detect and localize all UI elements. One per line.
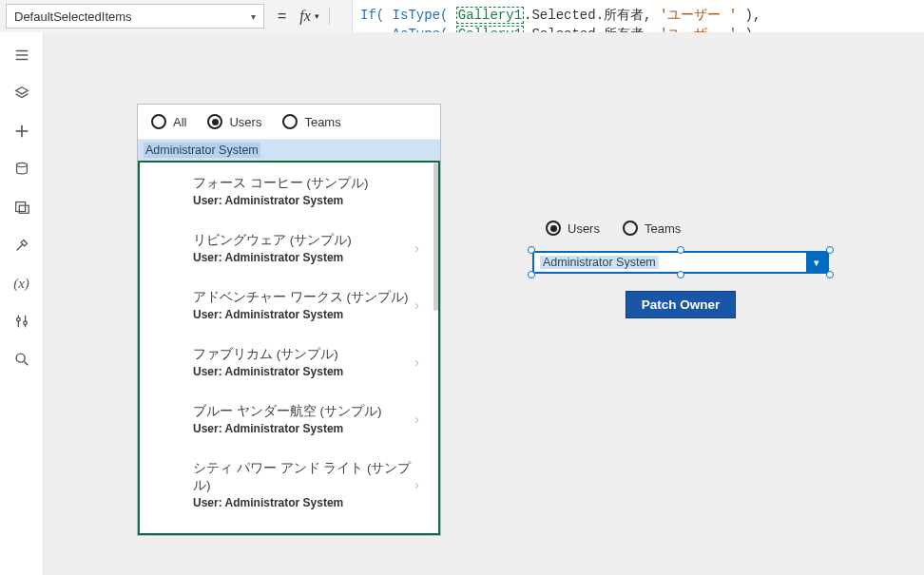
gallery-radio-row: All Users Teams — [138, 105, 440, 140]
list-item-title: ブルー ヤンダー航空 (サンプル) — [193, 403, 423, 420]
settings-icon[interactable] — [12, 312, 31, 331]
list-item-subtitle: User: Administrator System — [193, 251, 423, 264]
patch-owner-label: Patch Owner — [642, 297, 721, 312]
list-item-subtitle: User: Administrator System — [193, 365, 423, 378]
formula-token: If( — [360, 8, 384, 23]
fx-label: fx — [299, 8, 311, 25]
chevron-right-icon: › — [414, 355, 419, 370]
gallery[interactable]: フォース コーヒー (サンプル) User: Administrator Sys… — [138, 161, 440, 535]
plus-icon[interactable] — [12, 122, 31, 141]
radio-icon — [546, 220, 561, 236]
radio-all[interactable]: All — [151, 114, 186, 129]
variable-icon[interactable]: (x) — [12, 274, 31, 293]
svg-point-18 — [16, 317, 20, 321]
resize-handle[interactable] — [826, 246, 834, 254]
property-selector[interactable]: DefaultSelectedItems ▾ — [6, 4, 264, 29]
resize-handle[interactable] — [677, 271, 684, 278]
equals-sign: = — [278, 8, 286, 25]
list-item-title: リビングウェア (サンプル) — [193, 232, 423, 249]
list-item[interactable]: リビングウェア (サンプル) User: Administrator Syste… — [140, 220, 433, 277]
gallery-card: All Users Teams Administrator System フォー… — [137, 104, 441, 536]
formula-token: IsType( — [384, 8, 456, 23]
list-item[interactable]: アドベンチャー ワークス (サンプル) User: Administrator … — [140, 277, 433, 334]
svg-line-22 — [24, 361, 28, 365]
chevron-right-icon: › — [414, 412, 419, 427]
gallery-filter-text[interactable]: Administrator System — [138, 140, 440, 161]
search-icon[interactable] — [12, 350, 31, 369]
owner-combo-wrap: Administrator System ▾ — [532, 251, 829, 274]
radio-icon — [151, 114, 166, 129]
radio-all-label: All — [173, 115, 186, 129]
formula-token: .Selected.所有者, — [524, 8, 660, 23]
list-item-title: アドベンチャー ワークス (サンプル) — [193, 289, 423, 306]
radio-teams-label: Teams — [304, 115, 340, 129]
svg-point-14 — [16, 163, 27, 166]
list-item-title: ファブリカム (サンプル) — [193, 346, 423, 363]
form-area: Users Teams Administrator System ▾ Patch… — [491, 217, 871, 318]
list-item[interactable]: シティ パワー アンド ライト (サンプル) User: Administrat… — [140, 448, 433, 522]
layers-icon[interactable] — [12, 84, 31, 103]
list-item[interactable]: フォース コーヒー (サンプル) User: Administrator Sys… — [140, 163, 433, 220]
fx-button[interactable]: fx ▾ — [299, 8, 330, 25]
left-rail: (x) — [0, 32, 44, 575]
chevron-down-icon: ▾ — [315, 11, 319, 21]
svg-rect-15 — [15, 202, 25, 212]
list-item-subtitle: User: Administrator System — [193, 422, 423, 435]
resize-handle[interactable] — [826, 271, 834, 278]
form-radio-row: Users Teams — [491, 217, 871, 247]
chevron-down-icon: ▾ — [251, 11, 256, 22]
radio-teams-label: Teams — [645, 221, 681, 236]
list-item-title: シティ パワー アンド ライト (サンプル) — [193, 460, 423, 494]
svg-point-20 — [23, 321, 27, 325]
radio-icon — [207, 114, 222, 129]
radio-users[interactable]: Users — [546, 220, 600, 236]
chevron-right-icon: › — [414, 240, 419, 256]
canvas: All Users Teams Administrator System フォー… — [44, 32, 924, 575]
media-icon[interactable] — [12, 198, 31, 217]
chevron-right-icon: › — [414, 297, 419, 313]
property-selector-text: DefaultSelectedItems — [14, 10, 132, 24]
resize-handle[interactable] — [677, 246, 684, 254]
resize-handle[interactable] — [528, 271, 535, 278]
chevron-down-icon[interactable]: ▾ — [806, 253, 827, 272]
list-item-subtitle: User: Administrator System — [193, 308, 423, 321]
list-item[interactable]: ファブリカム (サンプル) User: Administrator System… — [140, 334, 433, 391]
radio-teams[interactable]: Teams — [623, 220, 681, 236]
formula-token-str: 'ユーザー ' — [660, 8, 737, 23]
radio-users[interactable]: Users — [207, 114, 261, 129]
list-item-title: フォース コーヒー (サンプル) — [193, 175, 423, 192]
scrollbar-thumb[interactable] — [433, 163, 438, 311]
radio-users-label: Users — [568, 221, 600, 236]
radio-icon — [282, 114, 298, 129]
tools-icon[interactable] — [12, 236, 31, 255]
formula-token-ref: Gallery1 — [456, 7, 524, 24]
gallery-filter-value: Administrator System — [144, 143, 260, 158]
patch-owner-button[interactable]: Patch Owner — [626, 291, 737, 318]
radio-teams[interactable]: Teams — [282, 114, 340, 129]
svg-point-21 — [16, 354, 25, 362]
svg-marker-11 — [15, 87, 28, 94]
hamburger-icon[interactable] — [12, 46, 31, 65]
list-item-subtitle: User: Administrator System — [193, 194, 423, 207]
database-icon[interactable] — [12, 160, 31, 179]
radio-users-label: Users — [229, 115, 261, 129]
chevron-right-icon: › — [414, 477, 419, 492]
gallery-inner: フォース コーヒー (サンプル) User: Administrator Sys… — [140, 163, 433, 533]
radio-icon — [623, 220, 638, 236]
resize-handle[interactable] — [528, 246, 535, 254]
owner-combo-value: Administrator System — [540, 256, 659, 269]
formula-token: ), — [737, 8, 760, 23]
list-item[interactable]: ブルー ヤンダー航空 (サンプル) User: Administrator Sy… — [140, 391, 433, 448]
list-item-subtitle: User: Administrator System — [193, 496, 423, 509]
